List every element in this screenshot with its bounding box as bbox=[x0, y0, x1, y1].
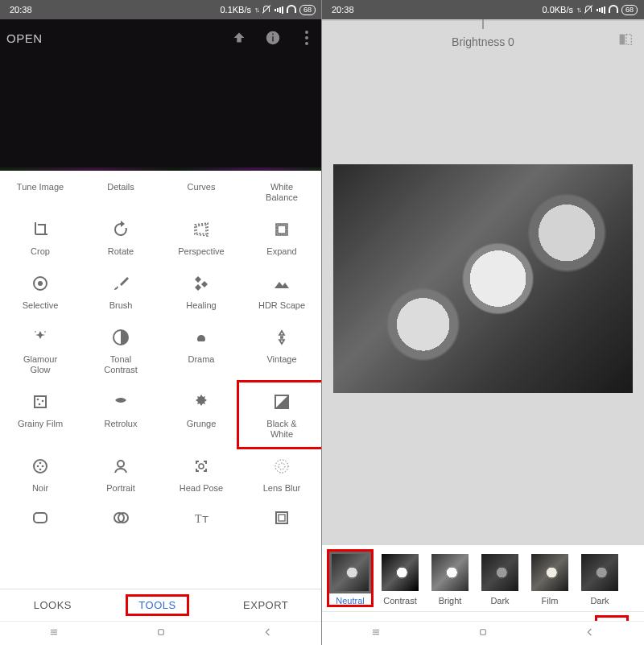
doubleexp-icon bbox=[111, 508, 130, 527]
undo-stack-icon[interactable] bbox=[230, 29, 248, 47]
frames-icon bbox=[272, 508, 291, 527]
headpose-icon bbox=[192, 454, 211, 478]
filter-bright[interactable]: Bright bbox=[431, 554, 469, 606]
back-button[interactable] bbox=[584, 626, 597, 642]
net-speed: 0.1KB/s bbox=[220, 5, 251, 14]
open-button[interactable]: OPEN bbox=[6, 31, 43, 45]
filter-darker[interactable]: Dark bbox=[581, 554, 618, 606]
svg-point-8 bbox=[42, 400, 44, 403]
signal-icon bbox=[597, 6, 605, 14]
tool-hdr-scape[interactable]: HDR Scape bbox=[242, 265, 322, 319]
tool-white-balance[interactable]: White Balance bbox=[242, 177, 322, 211]
tool-text[interactable]: Tᴛ bbox=[161, 502, 242, 529]
home-button[interactable] bbox=[155, 626, 167, 642]
filter-film[interactable]: Film bbox=[531, 554, 568, 606]
svg-text:Tᴛ: Tᴛ bbox=[195, 513, 208, 525]
glamour-icon bbox=[31, 325, 50, 349]
lensblur-icon bbox=[272, 454, 291, 478]
filter-contrast[interactable]: Contrast bbox=[382, 554, 419, 606]
bw-filter-strip[interactable]: Neutral Contrast Bright Dark Film Dark bbox=[322, 545, 644, 611]
net-arrows-icon: ↑↓ bbox=[254, 6, 258, 14]
tool-portrait[interactable]: Portrait bbox=[80, 448, 161, 502]
tool-frames[interactable] bbox=[242, 502, 322, 529]
svg-rect-29 bbox=[159, 629, 164, 635]
net-arrows-icon: ↑↓ bbox=[576, 6, 580, 14]
net-speed: 0.0KB/s bbox=[542, 5, 573, 14]
tool-retrolux[interactable]: Retrolux bbox=[80, 383, 161, 448]
expand-icon bbox=[272, 217, 291, 242]
svg-point-4 bbox=[38, 281, 43, 286]
wifi-icon bbox=[287, 5, 296, 14]
tool-drama[interactable]: Drama bbox=[161, 319, 242, 383]
android-nav-bar bbox=[0, 621, 322, 645]
svg-rect-20 bbox=[34, 513, 47, 523]
brush-icon bbox=[111, 271, 130, 296]
bottom-nav: LOOKS TOOLS EXPORT bbox=[0, 589, 322, 621]
editing-canvas[interactable]: Brightness 0 bbox=[322, 19, 644, 545]
signal-icon bbox=[275, 6, 283, 14]
svg-rect-1 bbox=[272, 36, 274, 41]
portrait-icon bbox=[111, 454, 130, 478]
tool-double-exposure[interactable] bbox=[80, 502, 161, 529]
tool-tonal-contrast[interactable]: Tonal Contrast bbox=[80, 319, 161, 383]
nav-tools[interactable]: TOOLS bbox=[138, 599, 175, 611]
tool-glamour-glow[interactable]: Glamour Glow bbox=[0, 319, 80, 383]
info-icon[interactable] bbox=[264, 29, 282, 47]
retrolux-icon bbox=[111, 390, 130, 414]
tool-crop[interactable]: Crop bbox=[0, 211, 80, 265]
recent-apps-button[interactable] bbox=[369, 626, 382, 642]
filter-dark[interactable]: Dark bbox=[481, 554, 518, 606]
tool-details[interactable]: Details bbox=[80, 177, 161, 211]
nav-export[interactable]: EXPORT bbox=[243, 599, 288, 611]
tool-vignette[interactable] bbox=[0, 502, 80, 529]
left-phone-frame: 20:38 0.1KB/s ↑↓ 68 OPEN Tune I bbox=[0, 0, 322, 645]
tool-selective[interactable]: Selective bbox=[0, 265, 80, 319]
svg-point-18 bbox=[275, 460, 288, 473]
nav-looks[interactable]: LOOKS bbox=[34, 599, 72, 611]
svg-point-9 bbox=[39, 403, 41, 406]
battery-icon: 68 bbox=[299, 5, 316, 15]
vintage-icon bbox=[272, 325, 291, 349]
tool-healing[interactable]: Healing bbox=[161, 265, 242, 319]
home-button[interactable] bbox=[477, 626, 489, 642]
svg-rect-25 bbox=[279, 515, 285, 521]
back-button[interactable] bbox=[262, 626, 275, 642]
drama-icon bbox=[192, 325, 211, 349]
more-menu-icon[interactable] bbox=[298, 29, 316, 47]
tool-lens-blur[interactable]: Lens Blur bbox=[242, 448, 322, 502]
tool-perspective[interactable]: Perspective bbox=[161, 211, 242, 265]
tool-rotate[interactable]: Rotate bbox=[80, 211, 161, 265]
hdr-icon bbox=[272, 271, 291, 296]
tool-black-and-white[interactable]: Black & White bbox=[242, 383, 322, 448]
filter-neutral[interactable]: Neutral bbox=[332, 554, 369, 606]
svg-rect-6 bbox=[35, 396, 46, 407]
svg-rect-2 bbox=[272, 34, 274, 35]
grainy-icon bbox=[31, 390, 50, 414]
svg-point-11 bbox=[34, 460, 47, 473]
adjustment-slider[interactable] bbox=[322, 19, 644, 23]
svg-point-16 bbox=[118, 461, 124, 467]
svg-point-12 bbox=[37, 465, 39, 468]
noir-icon bbox=[31, 454, 50, 478]
selective-icon bbox=[31, 271, 50, 296]
tool-head-pose[interactable]: Head Pose bbox=[161, 448, 242, 502]
compare-icon[interactable] bbox=[617, 31, 634, 52]
tool-vintage[interactable]: Vintage bbox=[242, 319, 322, 383]
text-icon: Tᴛ bbox=[192, 508, 211, 527]
grunge-icon bbox=[192, 390, 211, 414]
tool-grainy-film[interactable]: Grainy Film bbox=[0, 383, 80, 448]
tool-tune-image[interactable]: Tune Image bbox=[0, 177, 80, 211]
top-bar: OPEN bbox=[0, 19, 322, 56]
tool-curves[interactable]: Curves bbox=[161, 177, 242, 211]
recent-apps-button[interactable] bbox=[47, 626, 60, 642]
tool-brush[interactable]: Brush bbox=[80, 265, 161, 319]
image-preview bbox=[333, 164, 633, 393]
android-nav-bar bbox=[322, 621, 644, 645]
tool-expand[interactable]: Expand bbox=[242, 211, 322, 265]
dnd-icon bbox=[262, 5, 271, 14]
tool-noir[interactable]: Noir bbox=[0, 448, 80, 502]
bw-icon bbox=[272, 390, 291, 414]
tool-grunge[interactable]: Grunge bbox=[161, 383, 242, 448]
crop-icon bbox=[31, 217, 50, 242]
rotate-icon bbox=[111, 217, 130, 242]
